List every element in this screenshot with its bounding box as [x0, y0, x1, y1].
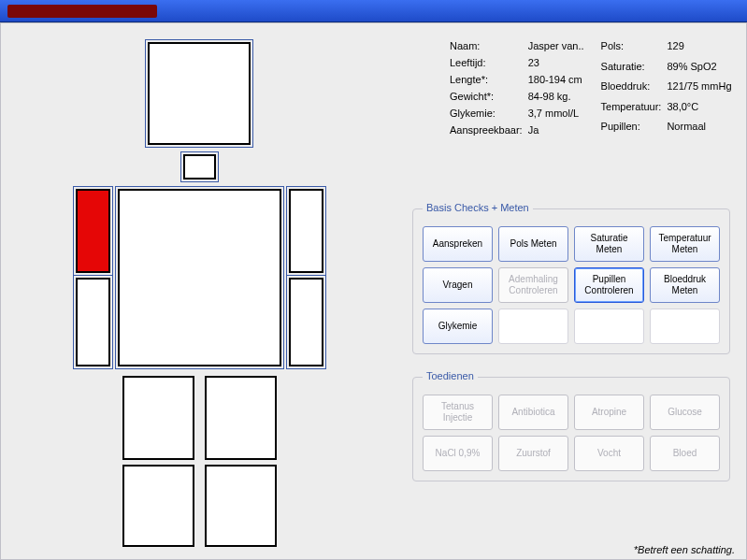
button-bloed[interactable]: Bloed: [650, 436, 720, 471]
info-value: 23: [528, 55, 588, 70]
info-label: Lengte*:: [450, 72, 526, 87]
body-arm-right-lower[interactable]: [76, 278, 110, 366]
body-leg-right-upper[interactable]: [122, 376, 194, 460]
info-value: 84-98 kg.: [528, 89, 588, 104]
info-value: Ja: [528, 122, 588, 137]
patient-info-left: Naam:Jasper van.. Leeftijd:23 Lengte*:18…: [448, 36, 590, 139]
panel-title: Basis Checks + Meten: [423, 202, 533, 213]
info-value: 3,7 mmol/L: [528, 106, 588, 121]
info-value: 89% SpO2: [667, 59, 735, 78]
button-tetanus-injectie[interactable]: Tetanus Injectie: [423, 395, 493, 430]
button-empty[interactable]: [498, 309, 568, 344]
titlebar-redacted: [7, 5, 157, 18]
button-aanspreken[interactable]: Aanspreken: [423, 226, 493, 262]
body-torso[interactable]: [118, 189, 281, 366]
info-value: Jasper van..: [528, 38, 588, 53]
button-zuurstof[interactable]: Zuurstof: [498, 436, 568, 471]
info-label: Leeftijd:: [450, 55, 526, 70]
body-leg-right-lower[interactable]: [122, 465, 194, 547]
info-label: Naam:: [450, 38, 526, 53]
info-value: 38,0°C: [667, 99, 735, 118]
body-arm-left-lower[interactable]: [289, 278, 323, 366]
info-label: Glykemie:: [450, 106, 526, 121]
patient-info-right: Pols:129 Saturatie:89% SpO2 Bloeddruk:12…: [599, 36, 738, 139]
button-empty[interactable]: [574, 309, 644, 344]
main-content: Naam:Jasper van.. Leeftijd:23 Lengte*:18…: [0, 22, 747, 560]
panel-basis-checks: Basis Checks + Meten Aanspreken Pols Met…: [412, 208, 730, 354]
button-empty[interactable]: [650, 309, 720, 344]
panel-title: Toedienen: [423, 370, 478, 381]
body-neck[interactable]: [183, 154, 216, 179]
info-label: Bloeddruk:: [601, 79, 666, 97]
button-glucose[interactable]: Glucose: [650, 395, 720, 430]
button-pols-meten[interactable]: Pols Meten: [498, 226, 568, 262]
body-leg-left-upper[interactable]: [205, 376, 277, 460]
button-glykemie[interactable]: Glykemie: [423, 309, 493, 344]
info-value: Normaal: [667, 119, 735, 137]
body-figure: [66, 42, 338, 547]
footnote: *Betreft een schatting.: [634, 544, 735, 555]
button-ademhaling-controleren[interactable]: Ademhaling Controleren: [498, 267, 568, 303]
admin-button-grid: Tetanus Injectie Antibiotica Atropine Gl…: [423, 395, 720, 471]
info-value: 121/75 mmHg: [667, 79, 735, 97]
info-label: Pupillen:: [601, 119, 666, 137]
info-label: Pols:: [601, 38, 666, 57]
info-label: Gewicht*:: [450, 89, 526, 104]
button-atropine[interactable]: Atropine: [574, 395, 644, 430]
patient-info: Naam:Jasper van.. Leeftijd:23 Lengte*:18…: [448, 36, 738, 139]
button-bloeddruk-meten[interactable]: Bloeddruk Meten: [650, 267, 720, 303]
body-arm-left-upper[interactable]: [289, 189, 323, 273]
info-value: 129: [667, 38, 735, 57]
button-nacl[interactable]: NaCl 0,9%: [423, 436, 493, 471]
body-head[interactable]: [148, 42, 251, 145]
info-label: Saturatie:: [601, 59, 666, 78]
titlebar: [0, 0, 747, 22]
checks-button-grid: Aanspreken Pols Meten Saturatie Meten Te…: [423, 226, 720, 344]
button-pupillen-controleren[interactable]: Pupillen Controleren: [574, 267, 644, 303]
button-antibiotica[interactable]: Antibiotica: [498, 395, 568, 430]
button-saturatie-meten[interactable]: Saturatie Meten: [574, 226, 644, 262]
info-label: Temperatuur:: [601, 99, 666, 118]
body-arm-right-upper[interactable]: [76, 189, 110, 273]
body-leg-left-lower[interactable]: [205, 465, 277, 547]
button-vragen[interactable]: Vragen: [423, 267, 493, 303]
button-vocht[interactable]: Vocht: [574, 436, 644, 471]
info-value: 180-194 cm: [528, 72, 588, 87]
panel-toedienen: Toedienen Tetanus Injectie Antibiotica A…: [412, 377, 730, 481]
button-temperatuur-meten[interactable]: Temperatuur Meten: [650, 226, 720, 262]
info-label: Aanspreekbaar:: [450, 122, 526, 137]
